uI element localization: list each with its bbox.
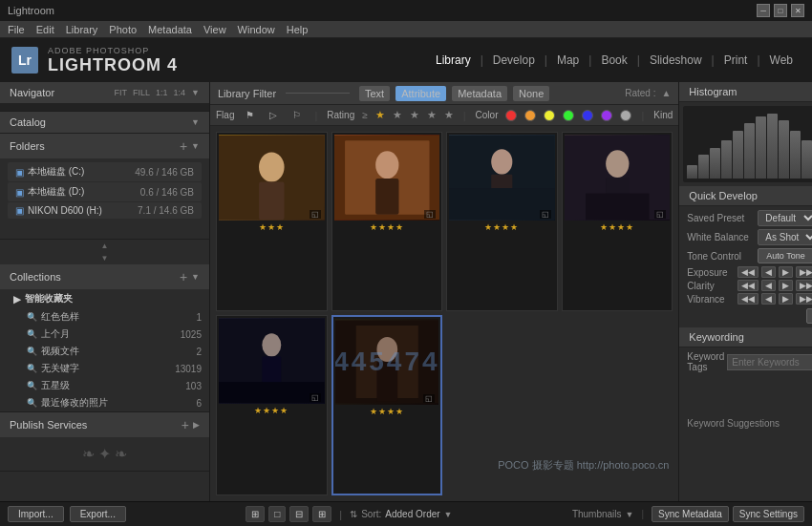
keyword-input[interactable] [727, 354, 812, 370]
sort-arrow[interactable]: ▼ [444, 510, 453, 519]
publish-header[interactable]: Publish Services + ▶ [0, 412, 209, 437]
ratio-1-4[interactable]: 1:4 [174, 88, 186, 97]
keywording-header[interactable]: Keywording ▼ [679, 327, 812, 347]
filter-text-btn[interactable]: Text [359, 86, 390, 101]
color-purple[interactable] [601, 110, 612, 121]
export-button[interactable]: Export... [70, 506, 126, 522]
minimize-button[interactable]: ─ [757, 4, 770, 17]
folders-add-button[interactable]: + [180, 138, 187, 154]
import-button[interactable]: Import... [8, 506, 64, 522]
fill-control[interactable]: FILL [133, 88, 150, 97]
vib-inc2[interactable]: ▶▶ [796, 293, 812, 305]
collection-red[interactable]: 🔍 红色色样 1 [0, 308, 209, 326]
flag-pick-btn[interactable]: ⚑ [242, 109, 258, 121]
collection-video[interactable]: 🔍 视频文件 2 [0, 343, 209, 360]
exp-dec2[interactable]: ◀◀ [737, 266, 759, 278]
sync-settings-btn[interactable]: Sync Settings [733, 506, 804, 522]
module-slideshow[interactable]: Slideshow [642, 50, 710, 71]
menu-edit[interactable]: Edit [36, 24, 54, 35]
histogram-header[interactable]: Histogram ▼ [679, 82, 812, 102]
ratio-1-1[interactable]: 1:1 [156, 88, 168, 97]
fit-control[interactable]: FIT [115, 88, 128, 97]
folder-item-d[interactable]: ▣ 本地磁盘 (D:) 0.6 / 146 GB [8, 182, 202, 201]
sync-meta-btn[interactable]: Sync Metadata [652, 506, 729, 522]
photo-cell-6[interactable]: 445474 ◱ ★★★★ [331, 315, 443, 496]
photo-cell-2[interactable]: ◱ ★★★★ [331, 132, 443, 311]
flag-neutral-btn[interactable]: ▷ [266, 109, 281, 121]
module-book[interactable]: Book [593, 50, 634, 71]
catalog-header[interactable]: Catalog ▼ [0, 112, 209, 133]
menu-help[interactable]: Help [287, 24, 309, 35]
vib-dec2[interactable]: ◀◀ [737, 293, 759, 305]
navigator-header[interactable]: Navigator FIT FILL 1:1 1:4 ▼ [0, 82, 209, 103]
folder-item-h[interactable]: ▣ NIKON D600 (H:) 7.1 / 14.6 GB [8, 202, 202, 219]
module-library[interactable]: Library [428, 50, 479, 71]
exp-inc2[interactable]: ▶▶ [796, 266, 812, 278]
grid-view-btn[interactable]: ⊞ [246, 506, 265, 522]
filter-attribute-btn[interactable]: Attribute [395, 86, 446, 101]
thumbs-arrow[interactable]: ▼ [626, 510, 634, 519]
module-web[interactable]: Web [762, 50, 801, 71]
collection-fivestar[interactable]: 🔍 五星级 103 [0, 377, 209, 394]
compare-view-btn[interactable]: ⊟ [289, 506, 309, 522]
photo-cell-4[interactable]: ◱ ★★★★ [562, 132, 673, 311]
color-orange[interactable] [524, 110, 536, 121]
menu-file[interactable]: File [8, 24, 25, 35]
color-blue[interactable] [582, 110, 593, 121]
folders-header[interactable]: Folders + ▼ [0, 134, 209, 158]
menu-library[interactable]: Library [66, 24, 98, 35]
survey-view-btn[interactable]: ⊞ [312, 506, 331, 522]
collection-nokw[interactable]: 🔍 无关键字 13019 [0, 360, 209, 377]
menu-photo[interactable]: Photo [109, 24, 137, 35]
color-none[interactable] [620, 110, 631, 121]
clarity-dec2[interactable]: ◀◀ [737, 280, 759, 291]
folder-item-c[interactable]: ▣ 本地磁盘 (C:) 49.6 / 146 GB [8, 162, 202, 181]
scroll-up[interactable]: ▲ [0, 240, 209, 252]
filter-none-btn[interactable]: None [513, 86, 549, 101]
color-green[interactable] [563, 110, 574, 121]
reset-all-btn[interactable]: Reset All [806, 308, 812, 324]
quick-develop-header[interactable]: Quick Develop ▼ [679, 186, 812, 206]
exp-dec1[interactable]: ◀ [761, 266, 776, 278]
menu-metadata[interactable]: Metadata [148, 24, 192, 35]
window-controls: ─ □ ✕ [757, 4, 804, 17]
white-balance-select[interactable]: As Shot [758, 229, 812, 245]
module-print[interactable]: Print [716, 50, 756, 71]
scroll-down[interactable]: ▼ [0, 252, 209, 264]
loupe-view-btn[interactable]: □ [268, 506, 286, 522]
sort-value[interactable]: Added Order [385, 509, 439, 519]
collection-recent[interactable]: 🔍 最近修改的照片 6 [0, 394, 209, 411]
exp-inc1[interactable]: ▶ [779, 266, 793, 278]
collections-header[interactable]: Collections + ▼ [0, 264, 209, 289]
auto-tone-btn[interactable]: Auto Tone [758, 248, 812, 263]
star-2[interactable]: ★ [393, 109, 402, 121]
module-map[interactable]: Map [549, 50, 587, 71]
star-1[interactable]: ★ [375, 109, 385, 121]
vib-dec1[interactable]: ◀ [761, 293, 776, 305]
module-develop[interactable]: Develop [485, 50, 543, 71]
photo-cell-5[interactable]: ◱ ★★★★ [216, 315, 328, 496]
close-button[interactable]: ✕ [791, 4, 804, 17]
photo-cell-3[interactable]: ◱ ★★★★ [446, 132, 558, 311]
vib-inc1[interactable]: ▶ [779, 293, 793, 305]
maximize-button[interactable]: □ [774, 4, 787, 17]
filter-expand[interactable]: ▲ [661, 88, 671, 98]
color-red[interactable] [505, 110, 517, 121]
collection-lastmonth[interactable]: 🔍 上个月 1025 [0, 326, 209, 343]
publish-add-button[interactable]: + [182, 417, 189, 432]
collection-group-smart[interactable]: ▶ 智能收藏夹 [0, 289, 209, 308]
clarity-inc2[interactable]: ▶▶ [796, 280, 812, 291]
star-4[interactable]: ★ [427, 109, 437, 121]
menu-window[interactable]: Window [238, 24, 275, 35]
color-yellow[interactable] [544, 110, 555, 121]
menu-view[interactable]: View [203, 24, 226, 35]
saved-preset-select[interactable]: Default [758, 210, 812, 226]
photo-cell-1[interactable]: ◱ ★★★ [216, 132, 328, 311]
clarity-inc1[interactable]: ▶ [779, 280, 793, 291]
filter-metadata-btn[interactable]: Metadata [452, 86, 507, 101]
clarity-dec1[interactable]: ◀ [761, 280, 776, 291]
collections-add-button[interactable]: + [180, 269, 187, 284]
flag-reject-btn[interactable]: ⚐ [288, 109, 305, 121]
star-5[interactable]: ★ [444, 109, 454, 121]
star-3[interactable]: ★ [410, 109, 419, 121]
